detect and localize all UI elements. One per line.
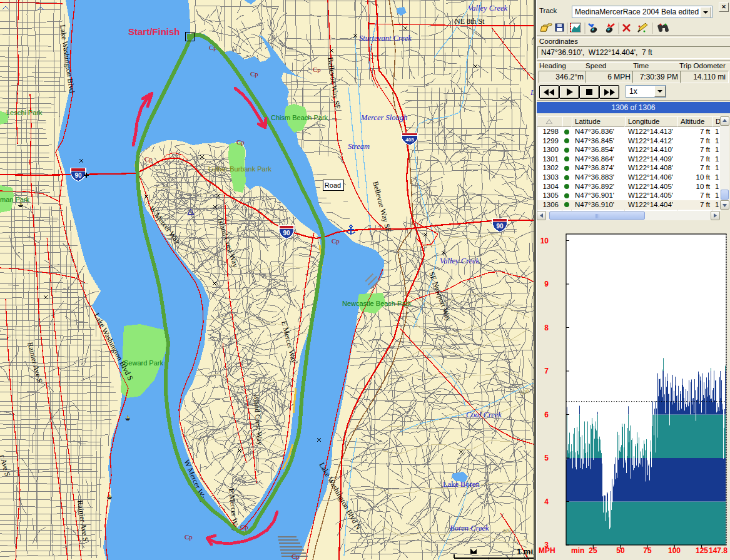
svg-text:Cp: Cp [236, 138, 245, 146]
svg-text:Valley Creek: Valley Creek [468, 4, 508, 13]
svg-text:Coal Creek: Coal Creek [466, 410, 502, 419]
svg-text:NE 8th St: NE 8th St [455, 17, 485, 26]
svg-text:Lake Boren: Lake Boren [443, 480, 480, 489]
svg-text:Cp: Cp [313, 66, 321, 73]
svg-text:405: 405 [405, 137, 414, 143]
svg-text:Newcastle Beach Park: Newcastle Beach Park [342, 300, 412, 307]
svg-text:Sturtevant Creek: Sturtevant Creek [359, 34, 412, 43]
svg-text:Leschi Park: Leschi Park [6, 109, 43, 116]
svg-text:Cp: Cp [144, 155, 153, 163]
svg-text:Start/Finish: Start/Finish [128, 26, 180, 37]
svg-text:Road: Road [325, 181, 341, 189]
svg-text:Valley Creek: Valley Creek [440, 257, 480, 265]
svg-text:Cp: Cp [291, 552, 300, 560]
svg-text:1 mi: 1 mi [517, 547, 533, 556]
svg-text:Cp: Cp [250, 70, 258, 78]
svg-text:Cp: Cp [185, 533, 193, 541]
svg-text:90: 90 [496, 223, 504, 230]
svg-text:Luther Burbank Park: Luther Burbank Park [208, 165, 271, 173]
svg-text:Stream: Stream [348, 142, 370, 151]
svg-text:Boren Creek: Boren Creek [450, 524, 489, 532]
svg-text:Chism Beach Park: Chism Beach Park [271, 114, 328, 121]
svg-text:Cp: Cp [332, 237, 340, 245]
svg-text:Seward Park: Seward Park [124, 359, 163, 367]
svg-text:Cp: Cp [240, 523, 248, 531]
svg-text:man Park: man Park [0, 196, 30, 203]
svg-text:90: 90 [74, 172, 82, 179]
svg-text:90: 90 [283, 230, 290, 237]
svg-text:Mercer Slough: Mercer Slough [360, 113, 407, 122]
